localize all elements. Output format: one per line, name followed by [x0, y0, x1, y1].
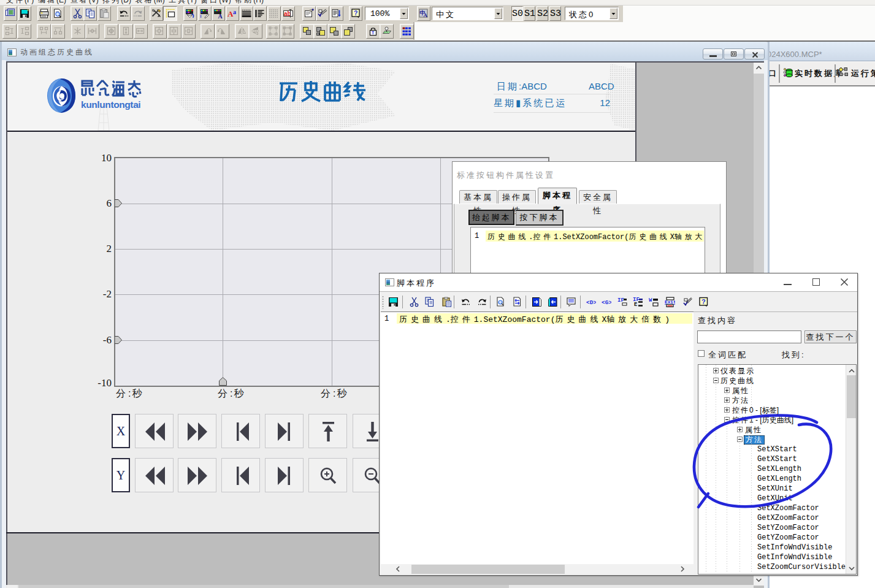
svg-text:?: ? — [701, 298, 706, 305]
svg-text:A: A — [423, 12, 427, 18]
svg-text:a: a — [233, 9, 236, 15]
svg-text:<G>: <G> — [602, 299, 611, 306]
svg-text:Exit: Exit — [665, 300, 675, 305]
svg-text:<D>: <D> — [586, 299, 596, 306]
svg-text:?: ? — [354, 9, 357, 17]
svg-text:E: E — [634, 302, 638, 307]
svg-text:i: i — [200, 14, 201, 18]
svg-text:ab: ab — [284, 10, 291, 17]
svg-text:T: T — [372, 31, 375, 35]
svg-text:A: A — [218, 13, 223, 19]
svg-text:W: W — [649, 297, 652, 304]
